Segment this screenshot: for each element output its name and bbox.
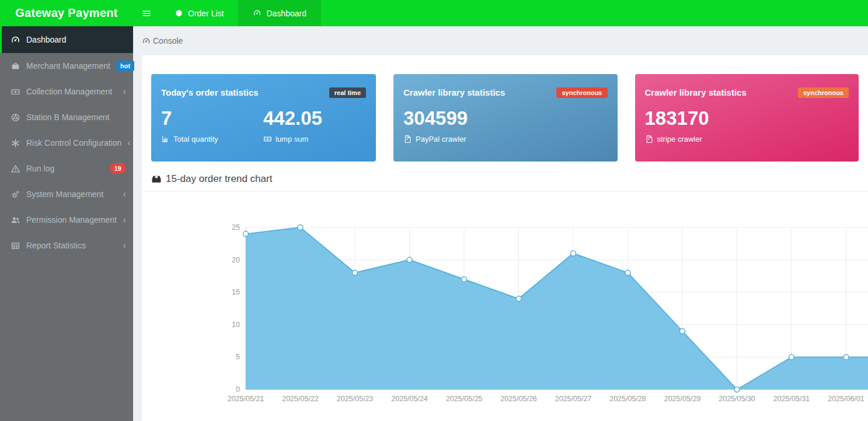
x-tick-label: 2025/05/29 bbox=[664, 395, 701, 403]
chart-point[interactable] bbox=[625, 270, 630, 275]
money-icon bbox=[263, 135, 272, 143]
app-logo[interactable]: Gateway Payment bbox=[0, 0, 133, 26]
header-tab-dashboard[interactable]: Dashboard bbox=[238, 0, 321, 26]
chart-point[interactable] bbox=[734, 387, 740, 392]
chart-x-labels: 2025/05/212025/05/222025/05/232025/05/24… bbox=[228, 395, 864, 403]
inbox-icon bbox=[151, 174, 162, 184]
hexagon-icon bbox=[175, 9, 183, 17]
x-tick-label: 2025/05/27 bbox=[555, 395, 592, 403]
card-badge-real-time: real time bbox=[329, 87, 366, 98]
chart-point[interactable] bbox=[407, 257, 412, 262]
warning-icon bbox=[11, 164, 20, 174]
x-tick-label: 2025/05/25 bbox=[446, 395, 483, 403]
stat-card-1: Today's order statisticsreal time7Total … bbox=[151, 74, 376, 162]
card-badge-synchronous: synchronous bbox=[798, 87, 849, 98]
card-stats: 183170stripe crawler bbox=[645, 107, 849, 143]
x-tick-label: 2025/05/22 bbox=[282, 395, 319, 403]
chart-point[interactable] bbox=[571, 251, 576, 256]
money-icon bbox=[11, 87, 20, 97]
trend-chart: 05101520252025/05/212025/05/222025/05/23… bbox=[142, 195, 868, 420]
chart-point[interactable] bbox=[789, 355, 794, 360]
chevron-left-icon: ‹ bbox=[123, 215, 126, 224]
chart-section-header: 15-day order trend chart bbox=[142, 173, 868, 192]
stat-label: stripe crawler bbox=[645, 135, 738, 143]
sidebar-item-risk-control-configuration[interactable]: Risk Control Configuration‹ bbox=[0, 130, 133, 156]
breadcrumb: Console bbox=[133, 26, 868, 55]
x-tick-label: 2025/05/24 bbox=[391, 395, 428, 403]
briefcase-icon bbox=[11, 61, 20, 71]
y-tick-label: 5 bbox=[236, 353, 240, 361]
sidebar-badge-hot: hot bbox=[116, 61, 134, 71]
gauge-icon bbox=[11, 35, 20, 45]
filezip-icon bbox=[645, 135, 654, 143]
app-title: Gateway Payment bbox=[15, 6, 118, 20]
stat-value: 304599 bbox=[403, 107, 497, 129]
x-tick-label: 2025/05/31 bbox=[773, 395, 810, 403]
sidebar-item-permission-management[interactable]: Permission Management‹ bbox=[0, 207, 133, 233]
gauge-icon bbox=[142, 37, 151, 45]
stat-card-2: Crawler library statisticssynchronous304… bbox=[393, 74, 618, 162]
sidebar-badge-19: 19 bbox=[110, 163, 126, 174]
sidebar-item-label: Permission Management bbox=[26, 215, 117, 224]
table-icon bbox=[11, 241, 20, 251]
stat-value: 442.05 bbox=[263, 107, 357, 129]
menu-icon bbox=[141, 8, 152, 19]
y-tick-label: 15 bbox=[232, 288, 240, 296]
gears-icon bbox=[11, 190, 20, 199]
y-tick-label: 25 bbox=[232, 223, 240, 231]
stat-label-text: lump sum bbox=[276, 135, 308, 143]
sidebar-item-label: Risk Control Configuration bbox=[26, 138, 121, 148]
sidebar-item-station-b-management[interactable]: Station B Management bbox=[0, 104, 133, 130]
chart-point[interactable] bbox=[353, 270, 358, 275]
stat-label: PayPal crawler bbox=[403, 135, 497, 143]
stat-label: Total quantity bbox=[161, 135, 255, 143]
filezip-icon bbox=[403, 135, 412, 143]
trend-area bbox=[246, 227, 868, 390]
sidebar-item-label: Station B Management bbox=[26, 113, 109, 122]
x-tick-label: 2025/06/01 bbox=[828, 395, 864, 403]
chevron-left-icon: ‹ bbox=[123, 87, 126, 96]
sidebar-item-label: Collection Management bbox=[26, 87, 112, 96]
sidebar-item-label: Dashboard bbox=[26, 35, 67, 44]
header-tabs: Order ListDashboard bbox=[160, 0, 321, 26]
globe-icon bbox=[11, 113, 20, 122]
stat-cards-row: Today's order statisticsreal time7Total … bbox=[142, 55, 868, 162]
breadcrumb-label: Console bbox=[153, 36, 183, 45]
users-icon bbox=[11, 215, 20, 225]
y-tick-label: 0 bbox=[236, 385, 240, 394]
chart-point[interactable] bbox=[298, 225, 303, 230]
stat-label-text: Total quantity bbox=[173, 135, 218, 143]
x-tick-label: 2025/05/28 bbox=[609, 395, 646, 403]
chart-title: 15-day order trend chart bbox=[166, 173, 272, 185]
main-content: Console Today's order statisticsreal tim… bbox=[133, 26, 868, 421]
sidebar-item-merchant-management[interactable]: Merchant Managementhot bbox=[0, 53, 133, 79]
sidebar-item-dashboard[interactable]: Dashboard bbox=[0, 26, 133, 53]
stat-card-3: Crawler library statisticssynchronous183… bbox=[635, 74, 859, 162]
header-tab-order-list[interactable]: Order List bbox=[160, 0, 238, 26]
chevron-left-icon: ‹ bbox=[127, 138, 130, 148]
x-tick-label: 2025/05/26 bbox=[500, 395, 537, 403]
stat-stripe-crawler: 183170stripe crawler bbox=[645, 107, 738, 143]
bars-icon bbox=[161, 135, 170, 143]
stat-label: lump sum bbox=[263, 135, 357, 143]
sidebar-item-label: Report Statistics bbox=[26, 241, 86, 250]
stat-value: 183170 bbox=[645, 107, 738, 129]
sidebar-item-run-log[interactable]: Run log19 bbox=[0, 156, 133, 181]
gauge-icon bbox=[253, 9, 262, 17]
card-stats: 7Total quantity442.05lump sum bbox=[161, 107, 365, 143]
stat-total-quantity: 7Total quantity bbox=[161, 107, 255, 143]
y-tick-label: 10 bbox=[232, 321, 240, 329]
chevron-left-icon: ‹ bbox=[123, 241, 126, 250]
chart-point[interactable] bbox=[680, 328, 685, 334]
sidebar-item-collection-management[interactable]: Collection Management‹ bbox=[0, 79, 133, 104]
stat-value: 7 bbox=[161, 107, 255, 129]
chart-point[interactable] bbox=[243, 231, 249, 237]
sidebar-toggle-button[interactable] bbox=[133, 0, 160, 26]
chart-point[interactable] bbox=[462, 276, 467, 282]
x-tick-label: 2025/05/23 bbox=[337, 395, 374, 403]
sidebar-item-report-statistics[interactable]: Report Statistics‹ bbox=[0, 233, 133, 258]
header-tab-label: Dashboard bbox=[266, 9, 306, 18]
sidebar-item-system-management[interactable]: System Management‹ bbox=[0, 181, 133, 207]
chart-point[interactable] bbox=[516, 296, 521, 301]
chart-point[interactable] bbox=[843, 355, 849, 360]
